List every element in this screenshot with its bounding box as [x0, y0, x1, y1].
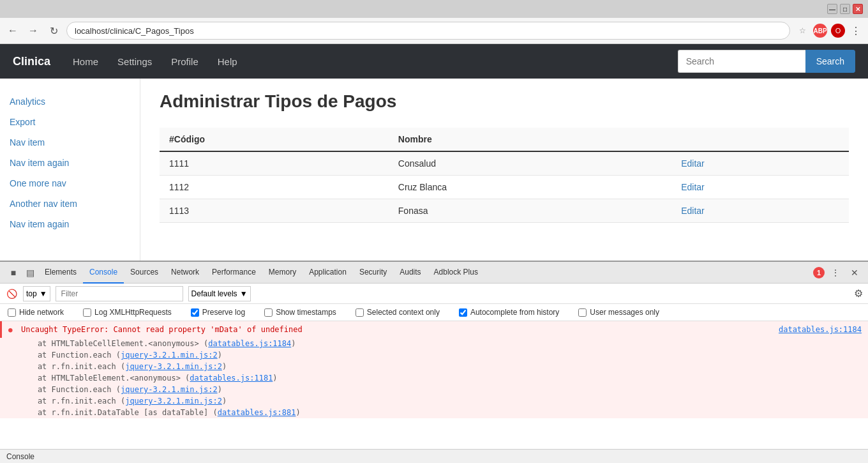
codigo-1112: 1112: [160, 176, 389, 199]
tab-console[interactable]: Console: [83, 262, 124, 284]
tab-memory[interactable]: Memory: [262, 262, 303, 284]
context-select[interactable]: top ▼: [23, 286, 50, 301]
tab-elements[interactable]: Elements: [38, 262, 83, 284]
devtools-right-actions: 1 ⋮ ✕: [813, 264, 863, 281]
context-chevron-icon: ▼: [40, 289, 47, 298]
context-value: top: [26, 289, 37, 298]
stack-link-4[interactable]: datatables.js:1181: [190, 374, 273, 383]
timestamps-label: Show timestamps: [276, 308, 336, 317]
stack-link-1[interactable]: datatables.js:1184: [208, 339, 291, 348]
option-hide-network: Hide network: [8, 308, 64, 317]
preserve-log-checkbox[interactable]: [191, 308, 199, 317]
tab-application[interactable]: Application: [303, 262, 353, 284]
selected-context-label: Selected context only: [367, 308, 440, 317]
reload-button[interactable]: ↻: [46, 23, 61, 38]
console-toolbar: 🚫 top ▼ Default levels ▼ ⚙: [0, 284, 868, 304]
console-clear-icon[interactable]: 🚫: [5, 287, 18, 300]
hide-network-checkbox[interactable]: [8, 308, 16, 317]
edit-consalud[interactable]: Editar: [681, 158, 705, 169]
stack-line-6: at r.fn.init.each (jquery-3.2.1.min.js:2…: [0, 395, 868, 407]
data-table: #Código Nombre 1111 Consalud Editar 1112…: [160, 128, 849, 223]
tab-security[interactable]: Security: [353, 262, 393, 284]
forward-button[interactable]: →: [26, 23, 41, 38]
sidebar-item-nav3[interactable]: One more nav: [10, 173, 130, 194]
devtools-panel: ■ ▤ Elements Console Sources Network Per…: [0, 261, 868, 447]
stack-line-4: at HTMLTableElement.<anonymous> (datatab…: [0, 372, 868, 384]
stack-link-7[interactable]: datatables.js:881: [218, 408, 296, 417]
stack-link-6[interactable]: jquery-3.2.1.min.js:2: [125, 397, 222, 406]
hide-network-label: Hide network: [19, 308, 64, 317]
timestamps-checkbox[interactable]: [264, 308, 273, 317]
stack-link-5[interactable]: jquery-3.2.1.min.js:2: [121, 385, 218, 394]
edit-fonasa[interactable]: Editar: [681, 206, 705, 216]
sidebar-item-nav2[interactable]: Nav item again: [10, 153, 130, 173]
sidebar-item-export[interactable]: Export: [10, 112, 130, 132]
log-xhr-label: Log XMLHttpRequests: [94, 308, 172, 317]
minimize-button[interactable]: —: [827, 4, 837, 14]
devtools-inspect-icon[interactable]: ■: [5, 264, 22, 281]
console-output: Uncaught TypeError: Cannot read property…: [0, 321, 868, 447]
close-button[interactable]: ✕: [853, 4, 863, 14]
stack-link-3[interactable]: jquery-3.2.1.min.js:2: [125, 362, 222, 371]
browser-icons: ☆ ABP O ⋮: [795, 24, 863, 38]
preserve-log-label: Preserve log: [202, 308, 245, 317]
search-button[interactable]: Search: [805, 50, 855, 73]
option-log-xhr: Log XMLHttpRequests: [83, 308, 172, 317]
sidebar-item-nav1[interactable]: Nav item: [10, 132, 130, 153]
levels-value: Default levels: [191, 289, 237, 298]
col-codigo: #Código: [160, 128, 389, 151]
levels-select[interactable]: Default levels ▼: [188, 286, 251, 301]
stack-line-5: at Function.each (jquery-3.2.1.min.js:2): [0, 384, 868, 395]
codigo-1111: 1111: [160, 151, 389, 176]
user-messages-checkbox[interactable]: [578, 308, 587, 317]
nav-help[interactable]: Help: [208, 44, 247, 79]
search-area: Search: [678, 50, 855, 73]
main-layout: Analytics Export Nav item Nav item again…: [0, 79, 868, 261]
nombre-cruzblanca: Cruz Blanca: [389, 176, 671, 199]
adblock-icon[interactable]: ABP: [813, 24, 827, 38]
sidebar-item-analytics[interactable]: Analytics: [10, 91, 130, 112]
error-count-badge: 1: [813, 267, 825, 278]
sidebar-item-nav4[interactable]: Another nav item: [10, 194, 130, 214]
devtools-close-icon[interactable]: ✕: [846, 264, 863, 281]
page-title: Administrar Tipos de Pagos: [160, 91, 849, 112]
url-bar[interactable]: localhost/clinica/C_Pagos_Tipos: [66, 22, 790, 40]
tab-performance[interactable]: Performance: [206, 262, 262, 284]
levels-chevron-icon: ▼: [240, 289, 248, 298]
tab-audits[interactable]: Audits: [393, 262, 427, 284]
stack-link-2[interactable]: jquery-3.2.1.min.js:2: [121, 351, 218, 360]
error-source-link[interactable]: datatables.js:1184: [779, 325, 862, 334]
nav-links: Home Settings Profile Help: [63, 44, 678, 79]
devtools-device-icon[interactable]: ▤: [22, 264, 38, 281]
tab-sources[interactable]: Sources: [124, 262, 165, 284]
autocomplete-checkbox[interactable]: [459, 308, 467, 317]
bookmark-icon[interactable]: ☆: [795, 24, 809, 38]
autocomplete-label: Autocomplete from history: [470, 308, 559, 317]
nav-home[interactable]: Home: [63, 44, 108, 79]
filter-input[interactable]: [56, 286, 183, 301]
option-selected-context: Selected context only: [355, 308, 440, 317]
tab-adblock[interactable]: Adblock Plus: [428, 262, 484, 284]
nav-profile[interactable]: Profile: [161, 44, 208, 79]
nav-settings[interactable]: Settings: [108, 44, 161, 79]
back-button[interactable]: ←: [5, 23, 20, 38]
settings-gear-icon[interactable]: ⚙: [854, 288, 863, 299]
edit-cruzblanca[interactable]: Editar: [681, 182, 705, 192]
option-autocomplete: Autocomplete from history: [459, 308, 559, 317]
sidebar-item-nav5[interactable]: Nav item again: [10, 214, 130, 234]
opera-icon[interactable]: O: [831, 24, 845, 38]
log-xhr-checkbox[interactable]: [83, 308, 91, 317]
menu-icon[interactable]: ⋮: [849, 24, 863, 38]
search-input[interactable]: [678, 50, 805, 73]
nombre-fonasa: Fonasa: [389, 199, 671, 223]
console-options: Hide network Log XMLHttpRequests Preserv…: [0, 304, 868, 321]
tab-network[interactable]: Network: [165, 262, 206, 284]
maximize-button[interactable]: □: [840, 4, 850, 14]
nombre-consalud: Consalud: [389, 151, 671, 176]
stack-line-1: at HTMLTableCellElement.<anonymous> (dat…: [0, 338, 868, 349]
option-user-messages: User messages only: [578, 308, 659, 317]
selected-context-checkbox[interactable]: [355, 308, 364, 317]
user-messages-label: User messages only: [590, 308, 659, 317]
app-navbar: Clinica Home Settings Profile Help Searc…: [0, 44, 868, 79]
devtools-more-icon[interactable]: ⋮: [827, 264, 844, 281]
